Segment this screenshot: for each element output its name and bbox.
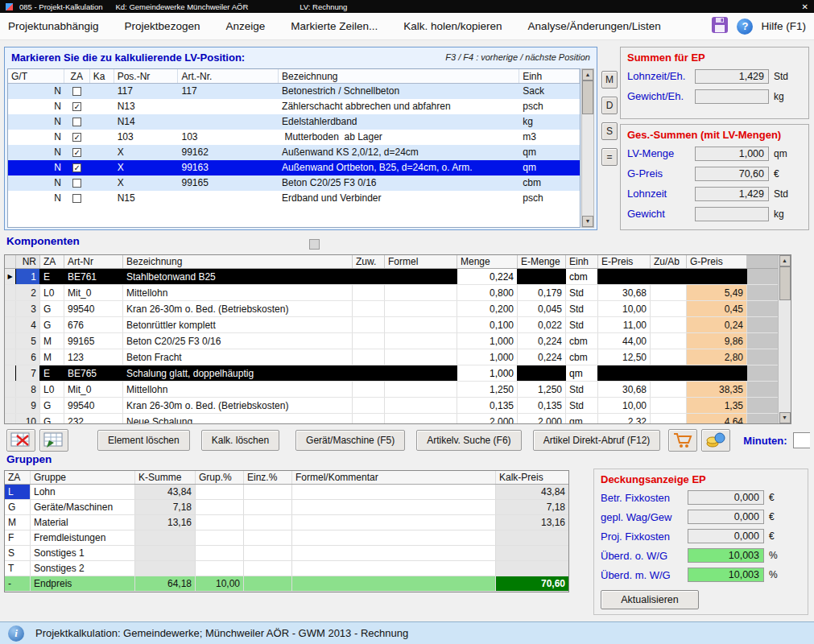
summen-ep-unit: Std [774,71,788,82]
komponenten-row[interactable]: 4G676Betonrüttler komplett0,1000,022Std1… [5,317,791,333]
edit-table-icon-button[interactable] [39,429,68,452]
scroll-down-icon[interactable]: ▼ [779,412,791,423]
lv-row[interactable]: NN14Edelstahlerdbandkg [8,114,580,130]
help-label[interactable]: Hilfe (F1) [761,20,806,32]
komponenten-scrollbar[interactable]: ▲ ▼ [778,255,791,423]
menu-item-1[interactable]: Projektbezogen [125,20,200,32]
cart-icon-button[interactable] [668,429,697,452]
komponenten-row[interactable]: 9G99540Kran 26-30m o. Bed. (Betriebskost… [5,398,791,414]
lv-row[interactable]: N✓X99163Außenwand Ortbeton, B25, d=24cm,… [8,160,580,175]
komponenten-row[interactable]: 7EBE765Schalung glatt, doppelhäuptig1,00… [5,365,791,382]
k-cell-epreis: 30,68 [598,382,651,397]
g-cell-formel [292,515,496,530]
k-cell-za: L0 [40,382,64,397]
lv-row[interactable]: N✓X99162Außenwand KS 2,0/12, d=24cmqm [8,145,580,160]
summen-ep-value[interactable] [695,89,769,104]
scroll-thumb[interactable] [582,80,593,114]
help-icon[interactable]: ? [737,19,753,35]
k-cell-epreis: 2,32 [598,414,651,424]
gruppen-row[interactable]: SSonstiges 1 [5,546,568,561]
checkbox-checked-icon[interactable]: ✓ [72,148,81,157]
lv-scrollbar[interactable]: ▲ ▼ [581,68,594,228]
k-cell-einh: Std [566,285,598,300]
gruppen-row[interactable]: TSonstiges 2 [5,561,568,576]
komponenten-row[interactable]: 3G99540Kran 26-30m o. Bed. (Betriebskost… [5,301,791,317]
side-button-equals[interactable]: = [601,148,618,166]
k-cell-nr: 10 [16,414,40,424]
aktualisieren-button[interactable]: Aktualisieren [601,590,699,609]
lv-table: G/TZAKaPos.-NrArt.-Nr.BezeichnungEinhN11… [7,68,581,228]
k-cell-za: M [40,333,64,349]
element-loeschen-button[interactable]: Element löschen [97,430,190,451]
komponenten-checkbox[interactable] [309,239,320,250]
g-cell-einz [244,500,292,514]
gruppen-row[interactable]: GGeräte/Maschinen7,187,18 [5,500,568,515]
artikel-direkt-abruf-button[interactable]: Artikel Direkt-Abruf (F12) [533,430,661,451]
g-cell-formel [292,546,496,560]
menu-item-4[interactable]: Kalk. holen/kopieren [403,20,502,32]
komponenten-row[interactable]: 10G232Neue Schalung2,0002,000qm2,324,64 [5,414,791,424]
komponenten-row[interactable]: ▶1EBE761Stahlbetonwand B250,224cbm [5,269,791,285]
komponenten-row[interactable]: 8L0Mit_0Mittellohn1,2501,250Std30,6838,3… [5,382,791,398]
scroll-up-icon[interactable]: ▲ [779,255,791,266]
minuten-input[interactable]: ---- [793,432,810,448]
deckung-value[interactable]: 10,003 [688,568,764,582]
menu-item-0[interactable]: Projektunabhängig [8,20,99,32]
gruppen-row[interactable]: -Endpreis64,1810,0070,60 [5,576,568,592]
lv-cell-ka [90,130,114,145]
close-icon[interactable]: ✕ [802,2,808,11]
side-button-s[interactable]: S [601,122,618,140]
deckung-value[interactable]: 0,000 [688,529,764,543]
ges-summen-value[interactable]: 1,429 [695,187,769,201]
lv-row[interactable]: N✓N13Zählerschacht abbrechen und abfahre… [8,99,580,114]
menu-item-2[interactable]: Anzeige [225,20,265,32]
summen-ep-value[interactable]: 1,429 [695,69,769,84]
deckung-value[interactable]: 0,000 [688,510,764,524]
deckung-value[interactable]: 0,000 [688,490,764,505]
scroll-up-icon[interactable]: ▲ [582,69,593,80]
g-cell-grup [196,500,244,514]
scroll-down-icon[interactable]: ▼ [582,216,593,227]
lv-row[interactable]: NX99165Beton C20/25 F3 0/16cbm [8,175,580,191]
geraet-maschine-button[interactable]: Gerät/Maschine (F5) [295,430,405,451]
ges-summen-value[interactable] [695,207,769,221]
gruppen-row[interactable]: LLohn43,8443,84 [5,485,568,500]
gruppen-row[interactable]: FFremdleistungen [5,530,568,546]
lv-cell-ka [90,191,114,206]
checkbox-icon[interactable] [72,194,81,203]
artikel-suche-button[interactable]: Artikelv. Suche (F6) [416,430,521,451]
menu-item-3[interactable]: Markierte Zeilen... [291,20,378,32]
lv-row[interactable]: N✓103103 Mutterboden ab Lagerm3 [8,130,580,145]
lv-row[interactable]: N117117Betonestrich / SchnellbetonSack [8,84,580,99]
side-button-d[interactable]: D [601,97,618,114]
komponenten-row[interactable]: 5M99165Beton C20/25 F3 0/161,0000,224cbm… [5,333,791,349]
checkbox-icon[interactable] [72,118,81,126]
ges-summen-value[interactable]: 70,60 [695,167,769,181]
k-cell-zuw [353,333,385,349]
checkbox-icon[interactable] [72,87,81,96]
lv-cell-pos: X [114,145,179,160]
checkbox-checked-icon[interactable]: ✓ [72,133,81,142]
g-cell-einz [244,576,292,591]
g-cell-ksumme: 7,18 [135,500,196,514]
deckung-value[interactable]: 10,003 [688,548,764,563]
gruppen-row[interactable]: MMaterial13,1613,16 [5,515,568,530]
delete-table-icon-button[interactable] [6,429,35,452]
lv-row[interactable]: NN15Erdband und Verbinderpsch [8,191,580,206]
ges-summen-value[interactable]: 1,000 [695,147,769,161]
checkbox-icon[interactable] [72,179,81,188]
save-icon[interactable] [711,16,729,36]
scroll-thumb[interactable] [779,266,791,300]
g-cell-ksumme: 64,18 [135,576,196,591]
g-cell-za: M [5,515,31,530]
lv-column-header: Pos.-Nr [114,69,179,83]
ges-summen-field-row: G-Preis70,60€ [621,163,808,184]
checkbox-checked-icon[interactable]: ✓ [72,163,81,172]
komponenten-row[interactable]: 2L0Mit_0Mittellohn0,8000,179Std30,685,49 [5,285,791,301]
kalk-loeschen-button[interactable]: Kalk. löschen [201,430,279,451]
coins-icon-button[interactable] [701,429,730,452]
komponenten-row[interactable]: 6M123Beton Fracht1,0000,224cbm12,502,80 [5,349,791,365]
menu-item-5[interactable]: Analyse/Änderungen/Listen [528,20,661,32]
side-button-m[interactable]: M [601,71,618,89]
checkbox-checked-icon[interactable]: ✓ [72,102,81,111]
